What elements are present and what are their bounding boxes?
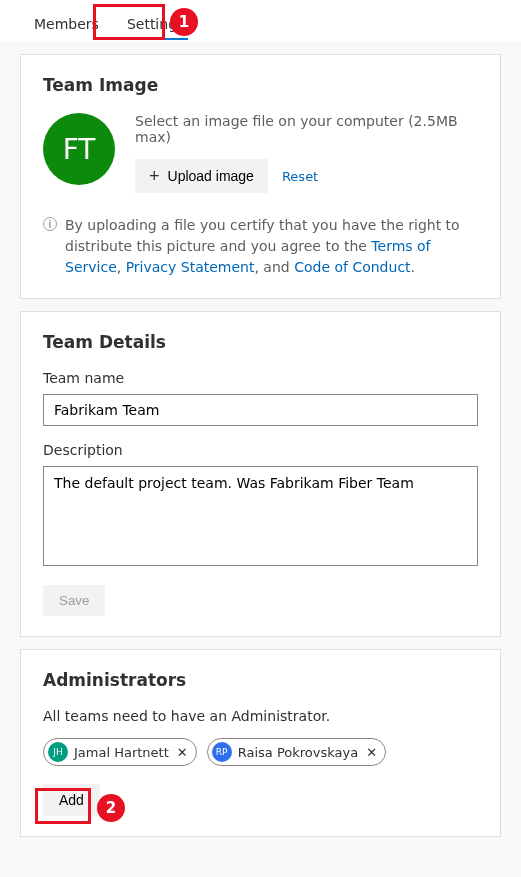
admin-avatar: JH (48, 742, 68, 762)
administrator-chip[interactable]: RPRaisa Pokrovskaya✕ (207, 738, 386, 766)
legal-text: By uploading a file you certify that you… (65, 215, 478, 278)
administrators-desc: All teams need to have an Administrator. (43, 708, 478, 724)
remove-admin-icon[interactable]: ✕ (175, 745, 188, 760)
plus-icon: + (149, 167, 160, 185)
reset-link[interactable]: Reset (282, 169, 318, 184)
team-details-heading: Team Details (43, 332, 478, 352)
upload-hint: Select an image file on your computer (2… (135, 113, 478, 145)
upload-image-label: Upload image (168, 168, 254, 184)
remove-admin-icon[interactable]: ✕ (364, 745, 377, 760)
save-button[interactable]: Save (43, 585, 105, 616)
add-administrator-button[interactable]: Add (43, 784, 100, 816)
team-details-card: Team Details Team name Description Save (20, 311, 501, 637)
admin-name: Raisa Pokrovskaya (238, 745, 358, 760)
privacy-statement-link[interactable]: Privacy Statement (126, 259, 255, 275)
description-label: Description (43, 442, 478, 458)
team-name-label: Team name (43, 370, 478, 386)
administrator-chip[interactable]: JHJamal Hartnett✕ (43, 738, 197, 766)
admin-name: Jamal Hartnett (74, 745, 169, 760)
team-image-heading: Team Image (43, 75, 478, 95)
team-avatar: FT (43, 113, 115, 185)
info-icon: i (43, 217, 57, 231)
tab-members[interactable]: Members (20, 8, 113, 42)
team-image-card: Team Image FT Select an image file on yo… (20, 54, 501, 299)
administrators-heading: Administrators (43, 670, 478, 690)
administrator-chip-row: JHJamal Hartnett✕RPRaisa Pokrovskaya✕ (43, 738, 478, 766)
admin-avatar: RP (212, 742, 232, 762)
administrators-card: Administrators All teams need to have an… (20, 649, 501, 837)
callout-number-2: 2 (97, 794, 125, 822)
code-of-conduct-link[interactable]: Code of Conduct (294, 259, 410, 275)
tab-bar: Members Settings 1 (0, 0, 521, 42)
description-textarea[interactable] (43, 466, 478, 566)
team-name-input[interactable] (43, 394, 478, 426)
upload-image-button[interactable]: + Upload image (135, 159, 268, 193)
tab-settings[interactable]: Settings (113, 8, 198, 42)
